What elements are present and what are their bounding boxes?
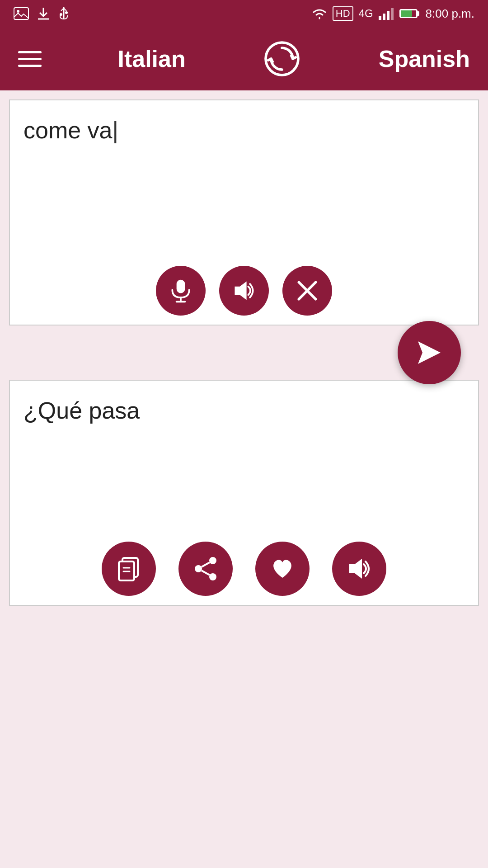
translate-btn-wrapper [9, 321, 479, 384]
signal-bars [379, 7, 394, 20]
output-actions [10, 542, 478, 596]
gallery-icon [14, 7, 29, 20]
svg-marker-20 [418, 341, 441, 364]
svg-rect-14 [177, 280, 185, 293]
source-text[interactable]: come va [23, 114, 465, 147]
status-bar: HD 4G 8:00 p.m. [0, 0, 488, 27]
battery-icon [399, 9, 418, 18]
download-icon [37, 7, 50, 20]
svg-rect-12 [391, 8, 394, 20]
svg-marker-30 [349, 559, 362, 579]
svg-line-28 [202, 562, 210, 567]
output-audio-button[interactable] [332, 542, 386, 596]
send-icon [413, 337, 445, 368]
speaker-button[interactable] [219, 266, 269, 316]
input-actions [10, 266, 478, 316]
audio-icon [346, 555, 373, 582]
status-left-icons [14, 6, 70, 21]
svg-rect-9 [379, 16, 381, 20]
svg-point-26 [195, 565, 202, 572]
signal-text: 4G [359, 7, 373, 20]
heart-icon [269, 555, 296, 582]
target-language-label[interactable]: Spanish [379, 45, 470, 72]
svg-rect-11 [387, 11, 389, 20]
source-language-label[interactable]: Italian [117, 45, 185, 72]
main-content: come va [0, 90, 488, 615]
share-button[interactable] [178, 542, 233, 596]
swap-languages-button[interactable] [262, 38, 302, 79]
close-icon [295, 278, 320, 303]
input-panel: come va [9, 99, 479, 326]
svg-rect-10 [383, 14, 385, 20]
toolbar: Italian Spanish [0, 27, 488, 90]
svg-marker-17 [235, 281, 246, 300]
menu-button[interactable] [18, 51, 42, 67]
copy-button[interactable] [102, 542, 156, 596]
usb-icon [58, 6, 70, 21]
output-panel: ¿Qué pasa [9, 380, 479, 606]
favorite-button[interactable] [255, 542, 310, 596]
svg-rect-0 [14, 8, 28, 19]
wifi-icon [312, 7, 327, 20]
svg-point-25 [209, 557, 216, 564]
hd-badge: HD [333, 6, 353, 21]
status-right-info: HD 4G 8:00 p.m. [312, 6, 474, 21]
share-icon [192, 555, 219, 582]
svg-point-8 [65, 11, 68, 14]
swap-icon [264, 41, 300, 77]
microphone-button[interactable] [156, 266, 206, 316]
speaker-icon [231, 278, 257, 303]
svg-point-1 [17, 10, 19, 13]
svg-line-29 [202, 571, 210, 575]
clear-button[interactable] [282, 266, 332, 316]
translate-button[interactable] [398, 321, 461, 384]
time-display: 8:00 p.m. [426, 7, 474, 21]
translated-text: ¿Qué pasa [23, 394, 465, 427]
svg-point-27 [209, 573, 216, 580]
microphone-icon [168, 278, 193, 303]
copy-icon [115, 555, 142, 582]
panels-container: come va [9, 99, 479, 606]
